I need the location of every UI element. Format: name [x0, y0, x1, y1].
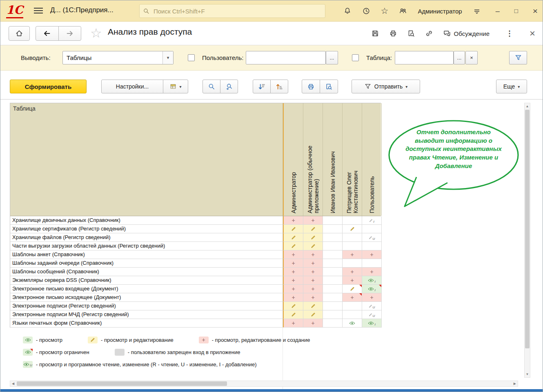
report-cell[interactable]: +	[303, 216, 323, 225]
report-cell[interactable]	[283, 242, 303, 250]
report-cell[interactable]	[362, 259, 382, 268]
report-cell[interactable]: I	[362, 276, 382, 285]
report-cell[interactable]	[323, 293, 343, 302]
report-cell[interactable]: I	[362, 285, 382, 293]
chevron-down-icon[interactable]: ▾	[162, 51, 173, 64]
column-header[interactable]: Иванов Иван Иванович	[323, 103, 343, 216]
report-cell[interactable]: +	[362, 293, 382, 302]
report-cell[interactable]: +	[303, 268, 323, 276]
report-cell[interactable]	[343, 285, 362, 293]
global-search[interactable]	[139, 4, 325, 18]
report-cell[interactable]: U	[362, 302, 382, 310]
user-choose-button[interactable]: ...	[326, 51, 338, 64]
settings-button[interactable]: Настройки...	[101, 80, 163, 93]
print-preview-icon[interactable]	[407, 29, 415, 38]
column-header[interactable]: Петрищев Олег Константинович	[343, 103, 362, 216]
search-input[interactable]	[153, 7, 322, 15]
print-icon[interactable]	[389, 29, 397, 38]
report-cell[interactable]	[283, 225, 303, 233]
sort-ascending-button[interactable]	[270, 80, 288, 93]
vertical-scrollbar[interactable]: ▲ ▼	[524, 103, 530, 378]
report-cell[interactable]: U	[362, 310, 382, 319]
report-cell[interactable]: +	[303, 276, 323, 285]
discussion-button[interactable]: Обсуждение	[443, 29, 490, 38]
service-menu-icon[interactable]	[473, 7, 481, 15]
users-icon[interactable]	[399, 7, 407, 15]
table-corner-header[interactable]: Таблица	[10, 103, 283, 216]
scroll-right-arrow[interactable]: ▶	[514, 381, 516, 386]
report-cell[interactable]: +	[303, 293, 323, 302]
report-cell[interactable]: I	[362, 216, 382, 225]
user-filter-input[interactable]	[246, 51, 326, 64]
report-cell[interactable]	[343, 302, 362, 310]
notifications-bell-icon[interactable]	[343, 7, 352, 15]
report-cell[interactable]	[343, 319, 362, 328]
send-button[interactable]: Отправить ▾	[352, 80, 420, 93]
report-cell[interactable]	[343, 259, 362, 268]
filter-settings-button[interactable]	[509, 51, 527, 64]
add-to-favorites-star[interactable]: ☆	[90, 26, 102, 40]
row-label[interactable]: Хранилище сертификатов (Регистр сведений…	[10, 225, 283, 233]
maximize-button[interactable]: □	[514, 7, 518, 15]
vertical-scrollbar-thumb[interactable]	[525, 110, 530, 348]
report-cell[interactable]	[323, 259, 343, 268]
window-close-button[interactable]: ×	[533, 7, 538, 15]
report-cell[interactable]: +	[362, 268, 382, 276]
user-filter-checkbox[interactable]	[188, 54, 195, 61]
report-cell[interactable]: +	[343, 250, 362, 259]
table-clear-button[interactable]: ×	[465, 51, 478, 64]
table-choose-button[interactable]: ...	[454, 51, 465, 64]
report-cell[interactable]	[323, 225, 343, 233]
row-label[interactable]: Шаблоны анкет (Справочник)	[10, 250, 283, 259]
column-header[interactable]: Администратор (обычное приложение)	[303, 103, 323, 216]
report-cell[interactable]: +	[303, 250, 323, 259]
row-label[interactable]: Электронные подписи МЧД (Регистр сведени…	[10, 310, 283, 319]
report-cell[interactable]	[343, 242, 362, 250]
save-icon[interactable]	[371, 29, 379, 38]
scroll-left-arrow[interactable]: ◀	[12, 381, 14, 386]
report-cell[interactable]: +	[283, 276, 303, 285]
table-filter-input[interactable]	[395, 51, 454, 64]
row-label[interactable]: Хранилище файлов (Регистр сведений)	[10, 233, 283, 242]
generate-button[interactable]: Сформировать	[10, 80, 87, 93]
report-cell[interactable]: +	[343, 293, 362, 302]
column-header[interactable]: Администратор	[283, 103, 303, 216]
report-cell[interactable]: +	[362, 250, 382, 259]
1c-logo[interactable]: 1С	[6, 3, 23, 18]
print-button[interactable]	[302, 80, 320, 93]
report-cell[interactable]: +	[283, 293, 303, 302]
forward-button[interactable]	[58, 26, 82, 41]
favorites-star-icon[interactable]: ☆	[381, 7, 389, 15]
report-cell[interactable]	[323, 242, 343, 250]
report-cell[interactable]	[343, 216, 362, 225]
report-cell[interactable]	[283, 310, 303, 319]
row-label[interactable]: Экземпляры сервера DSS (Справочник)	[10, 276, 283, 285]
report-cell[interactable]	[323, 216, 343, 225]
report-cell[interactable]	[323, 319, 343, 328]
row-label[interactable]: Электронное письмо исходящее (Документ)	[10, 293, 283, 302]
column-header[interactable]: Пользователь	[362, 103, 382, 216]
report-cell[interactable]: +	[303, 259, 323, 268]
table-filter-checkbox[interactable]	[352, 54, 359, 61]
sort-descending-button[interactable]	[253, 80, 271, 93]
row-label[interactable]: Шаблоны заданий очереди (Справочник)	[10, 259, 283, 268]
current-user-name[interactable]: Администратор	[418, 8, 462, 15]
row-label[interactable]: Электронные подписи (Регистр сведений)	[10, 302, 283, 310]
report-cell[interactable]	[343, 310, 362, 319]
report-cell[interactable]	[283, 233, 303, 242]
report-cell[interactable]	[323, 310, 343, 319]
report-cell[interactable]: +	[303, 285, 323, 293]
row-label[interactable]: Языки печатных форм (Справочник)	[10, 319, 283, 328]
report-cell[interactable]	[283, 302, 303, 310]
report-cell[interactable]: +	[283, 319, 303, 328]
report-cell[interactable]: U	[362, 233, 382, 242]
row-label[interactable]: Хранилище двоичных данных (Справочник)	[10, 216, 283, 225]
report-cell[interactable]: +	[283, 216, 303, 225]
report-cell[interactable]: +	[283, 268, 303, 276]
report-cell[interactable]	[303, 225, 323, 233]
report-cell[interactable]	[303, 310, 323, 319]
history-icon[interactable]	[362, 7, 370, 15]
horizontal-scrollbar[interactable]: ◀ ▶	[10, 381, 518, 387]
report-cell[interactable]	[323, 233, 343, 242]
report-cell[interactable]	[323, 250, 343, 259]
